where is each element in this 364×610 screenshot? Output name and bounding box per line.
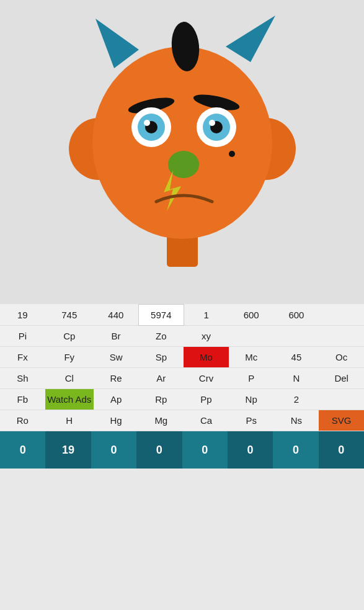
- bottom-score-2: 0: [91, 431, 136, 469]
- bottom-score-7: 0: [319, 431, 364, 469]
- cell-crv: Crv: [184, 368, 229, 389]
- cell-sp: Sp: [138, 347, 184, 368]
- cell-mc: Mc: [229, 347, 274, 368]
- cell-rp: Rp: [138, 389, 184, 410]
- cell-19: 19: [0, 305, 45, 326]
- grid-row-3: Fx Fy Sw Sp Mo Mc 45 Oc: [0, 347, 364, 368]
- bottom-score-19: 19: [45, 431, 91, 469]
- cell-pi: Pi: [0, 326, 45, 347]
- cell-xy: xy: [184, 326, 229, 347]
- svg-marker-6: [226, 16, 275, 62]
- cell-745: 745: [45, 305, 94, 326]
- cell-cl: Cl: [45, 368, 94, 389]
- bottom-score-0: 0: [0, 431, 45, 469]
- svg-button[interactable]: SVG: [319, 410, 364, 431]
- bottom-score-3: 0: [136, 431, 182, 469]
- svg-point-18: [229, 151, 235, 157]
- grid-row-6: Ro H Hg Mg Ca Ps Ns SVG: [0, 410, 364, 431]
- svg-point-3: [92, 47, 272, 239]
- cell-empty1: [229, 326, 274, 347]
- cell-cp: Cp: [45, 326, 94, 347]
- cell-fb: Fb: [0, 389, 45, 410]
- cell-ar: Ar: [138, 368, 184, 389]
- grid-row-4: Sh Cl Re Ar Crv P N Del: [0, 368, 364, 389]
- cell-np: Np: [229, 389, 274, 410]
- cell-sh: Sh: [0, 368, 45, 389]
- grid-row-2: Pi Cp Br Zo xy: [0, 326, 364, 347]
- cell-2: 2: [274, 389, 319, 410]
- bottom-score-6: 0: [273, 431, 318, 469]
- grid-row-5: Fb Watch Ads Ap Rp Pp Np 2: [0, 389, 364, 410]
- cell-mo[interactable]: Mo: [184, 347, 229, 368]
- cell-fx: Fx: [0, 347, 45, 368]
- cell-ps: Ps: [229, 410, 274, 431]
- cell-ns: Ns: [274, 410, 319, 431]
- character-area: [0, 0, 364, 304]
- bottom-score-4: 0: [182, 431, 228, 469]
- bottom-score-row: 0 19 0 0 0 0 0 0: [0, 431, 364, 469]
- cell-ro: Ro: [0, 410, 45, 431]
- cell-fy: Fy: [45, 347, 94, 368]
- cell-45: 45: [274, 347, 319, 368]
- bottom-score-5: 0: [228, 431, 273, 469]
- watch-ads-button[interactable]: Watch Ads: [45, 389, 94, 410]
- grid-row-1: 19 745 440 5974 1 600 600: [0, 305, 364, 326]
- cell-440: 440: [94, 305, 139, 326]
- grid-area: 19 745 440 5974 1 600 600 Pi Cp Br Zo xy…: [0, 304, 364, 431]
- cell-1: 1: [184, 305, 229, 326]
- svg-marker-5: [95, 19, 139, 68]
- cell-br: Br: [94, 326, 139, 347]
- cell-empty2: [274, 326, 319, 347]
- cell-re: Re: [94, 368, 139, 389]
- cell-sw: Sw: [94, 347, 139, 368]
- cell-p: P: [229, 368, 274, 389]
- cell-h: H: [45, 410, 94, 431]
- cell-hg: Hg: [94, 410, 139, 431]
- cell-del: Del: [319, 368, 364, 389]
- cell-zo: Zo: [138, 326, 184, 347]
- cell-600b: 600: [274, 305, 319, 326]
- cell-pp: Pp: [184, 389, 229, 410]
- cell-ca: Ca: [184, 410, 229, 431]
- cell-mg: Mg: [138, 410, 184, 431]
- score-cell: 5974: [138, 305, 184, 326]
- svg-point-15: [144, 120, 150, 126]
- svg-point-17: [168, 151, 199, 178]
- cell-ap: Ap: [94, 389, 139, 410]
- cell-oc: Oc: [319, 347, 364, 368]
- svg-point-16: [209, 120, 215, 126]
- cell-600a: 600: [229, 305, 274, 326]
- cell-n: N: [274, 368, 319, 389]
